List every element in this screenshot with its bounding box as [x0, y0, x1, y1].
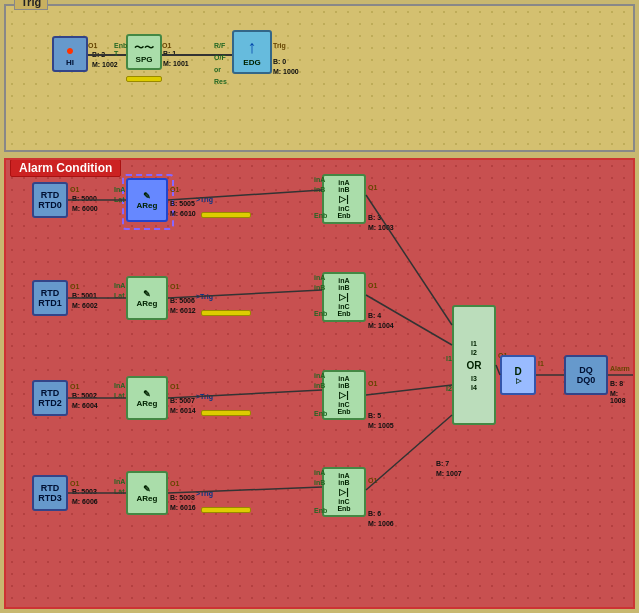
acom3-block[interactable]: inA inB ▷| inC Enb — [322, 467, 366, 517]
spg-block[interactable]: 〜〜 SPG — [126, 34, 162, 70]
areg1-b: B: 5006 — [170, 297, 195, 304]
areg3-m: M: 6016 — [170, 504, 196, 511]
acom1-m: M: 1004 — [368, 322, 394, 329]
main-container: Trig ● HI B: 2 M: 1002 〜〜 SPG B: 1 M: 10… — [0, 0, 639, 613]
enable-bar-3 — [201, 507, 251, 513]
areg2-block[interactable]: ✎ AReg — [126, 376, 168, 420]
enable-bar-2 — [201, 410, 251, 416]
rtd0-m: M: 6000 — [72, 205, 98, 212]
or-block[interactable]: I1 I2 OR I3 I4 — [452, 305, 496, 425]
areg2-m: M: 6014 — [170, 407, 196, 414]
alarm-label: Alarm Condition — [10, 159, 121, 177]
trig-label: Trig — [14, 0, 48, 10]
rtd2-block[interactable]: RTD RTD2 — [32, 380, 68, 416]
areg2-b: B: 5007 — [170, 397, 195, 404]
rtd3-m: M: 6006 — [72, 498, 98, 505]
edg-m-label: M: 1000 — [273, 68, 299, 75]
svg-line-1 — [168, 190, 322, 200]
rtd1-m: M: 6002 — [72, 302, 98, 309]
dq0-b: B: 8 — [610, 380, 623, 387]
acom2-b: B: 5 — [368, 412, 381, 419]
hi-block[interactable]: ● HI — [52, 36, 88, 72]
acom0-b: B: 3 — [368, 214, 381, 221]
edg-b-label: B: 0 — [273, 58, 286, 65]
areg0-block[interactable]: ✎ AReg — [126, 178, 168, 222]
areg3-block[interactable]: ✎ AReg — [126, 471, 168, 515]
acom1-block[interactable]: inA inB ▷| inC Enb — [322, 272, 366, 322]
rtd0-b: B: 5000 — [72, 195, 97, 202]
areg3-b: B: 5008 — [170, 494, 195, 501]
rtd1-b: B: 5001 — [72, 292, 97, 299]
enable-bar-trig — [126, 76, 162, 82]
hi-m-label: M: 1002 — [92, 61, 118, 68]
alarm-section: Alarm Condition RTD RTD0 B: 5000 M: 6000… — [4, 158, 635, 609]
acom2-block[interactable]: inA inB ▷| inC Enb — [322, 370, 366, 420]
or-b: B: 7 — [436, 460, 449, 467]
or-m: M: 1007 — [436, 470, 462, 477]
acom0-m: M: 1003 — [368, 224, 394, 231]
d-block[interactable]: D ▷ — [500, 355, 536, 395]
wire-hi-spg — [88, 54, 126, 56]
rtd2-b: B: 5002 — [72, 392, 97, 399]
svg-line-8 — [366, 385, 452, 395]
rtd1-block[interactable]: RTD RTD1 — [32, 280, 68, 316]
rtd3-block[interactable]: RTD RTD3 — [32, 475, 68, 511]
areg0-b: B: 5005 — [170, 200, 195, 207]
svg-line-5 — [366, 295, 452, 345]
acom2-m: M: 1005 — [368, 422, 394, 429]
acom0-block[interactable]: inA inB ▷| inC Enb — [322, 174, 366, 224]
svg-line-10 — [168, 487, 322, 493]
dq0-block[interactable]: DQ DQ0 — [564, 355, 608, 395]
edg-block[interactable]: ↑ EDG — [232, 30, 272, 74]
enable-bar-1 — [201, 310, 251, 316]
areg0-m: M: 6010 — [170, 210, 196, 217]
areg1-m: M: 6012 — [170, 307, 196, 314]
acom1-b: B: 4 — [368, 312, 381, 319]
rtd0-block[interactable]: RTD RTD0 — [32, 182, 68, 218]
rtd3-b: B: 5003 — [72, 488, 97, 495]
trig-section: Trig ● HI B: 2 M: 1002 〜〜 SPG B: 1 M: 10… — [4, 4, 635, 152]
rtd2-m: M: 6004 — [72, 402, 98, 409]
areg1-block[interactable]: ✎ AReg — [126, 276, 168, 320]
alarm-output-label: Alarm — [610, 365, 630, 372]
dq0-m: M: 1008 — [610, 390, 633, 404]
acom3-m: M: 1006 — [368, 520, 394, 527]
spg-m-label: M: 1001 — [163, 60, 189, 67]
enable-bar-0 — [201, 212, 251, 218]
acom3-b: B: 6 — [368, 510, 381, 517]
